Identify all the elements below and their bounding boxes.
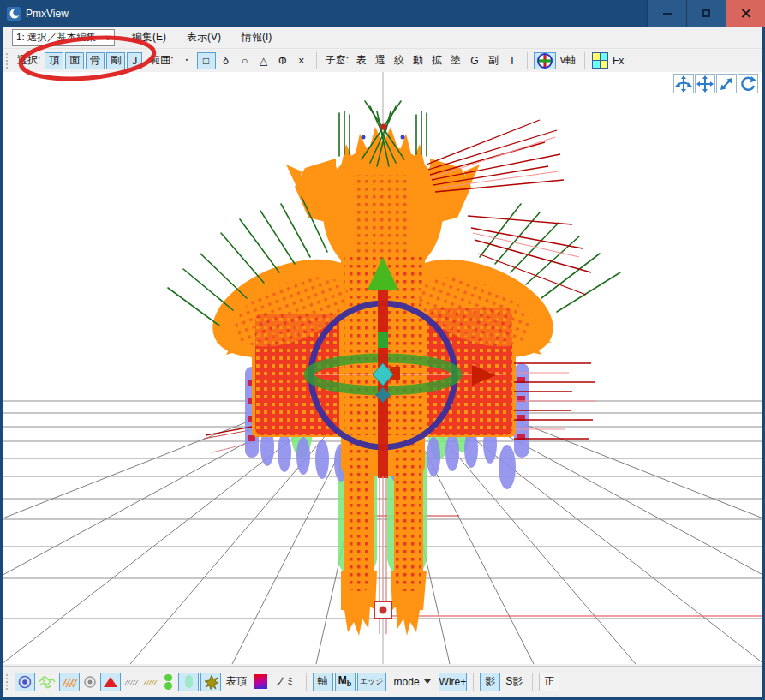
green-scribble-icon[interactable] (37, 673, 57, 691)
maximize-icon (702, 9, 710, 17)
orbit-icon[interactable] (673, 74, 694, 93)
select-label: 選択: (17, 53, 40, 68)
bottom-toolbar: 表頂 ノミ 軸 Mb エッジ mode Wire+ 影 S影 正 (3, 666, 762, 697)
range-dot-button[interactable]: ・ (178, 52, 195, 69)
separator (473, 673, 474, 691)
vaxis-crosshair-icon[interactable] (534, 52, 556, 69)
menu-info[interactable]: 情報(I) (231, 30, 282, 45)
range-rect-button[interactable]: □ (197, 52, 216, 69)
app-icon (7, 7, 21, 21)
titlebar: PmxView (0, 0, 765, 27)
green-capsule-icon[interactable] (164, 674, 172, 690)
select-face-button[interactable]: 面 (65, 52, 84, 69)
maximize-button[interactable] (686, 0, 726, 27)
cyan-capsule-icon (185, 675, 193, 688)
target-display-toggle[interactable] (15, 673, 35, 691)
front-view-button[interactable]: 正 (539, 673, 559, 691)
vaxis-label: v軸 (560, 53, 576, 68)
mode-select-dropdown[interactable]: 1: 選択／基本編集 ∨ (12, 29, 115, 46)
range-circle-button[interactable]: ○ (236, 52, 254, 69)
range-label: 範囲: (150, 53, 173, 68)
edge-toggle[interactable]: エッジ (357, 673, 386, 691)
mode-label: mode (394, 676, 420, 688)
subwindow-select-button[interactable]: 選 (372, 52, 389, 69)
toolbar: 選択: 頂 面 骨 剛 J 範囲: ・ □ δ ○ △ Φ × 子窓: 表 選 … (3, 49, 762, 72)
gray-radio-icon[interactable] (81, 673, 99, 691)
viewport-3d-scene[interactable] (3, 72, 762, 664)
chisel-label[interactable]: ノミ (275, 674, 296, 689)
front-vertex-label: 表頂 (226, 674, 247, 689)
separator (584, 52, 585, 69)
subwindow-t-button[interactable]: T (504, 52, 521, 69)
bottom-toolbar-grip (6, 674, 9, 690)
chevron-down-icon: ∨ (105, 33, 111, 42)
range-phi-button[interactable]: Φ (274, 52, 291, 69)
subwindow-motion-button[interactable]: 動 (409, 52, 427, 69)
mb-toggle[interactable]: Mb (335, 673, 356, 691)
mode-dropdown[interactable]: mode (394, 676, 431, 688)
subwindow-label: 子窓: (326, 53, 349, 68)
menu-view[interactable]: 表示(V) (176, 30, 231, 45)
subwindow-paint-button[interactable]: 塗 (447, 52, 464, 69)
pan-icon[interactable] (695, 74, 715, 93)
subwindow-g-button[interactable]: G (466, 52, 483, 69)
close-button[interactable] (726, 0, 765, 27)
pmxview-window: PmxView 1: 選択／基本編集 ∨ 編集(E) 表示(V) 情報(I) 選… (0, 0, 765, 700)
viewport[interactable] (3, 72, 762, 664)
close-icon (741, 9, 750, 18)
separator (527, 52, 528, 69)
menu-edit[interactable]: 編集(E) (122, 30, 176, 45)
gizmo-axis-green-segment (378, 332, 388, 348)
gear-toggle[interactable] (200, 673, 221, 691)
separator (306, 673, 307, 691)
self-shadow-toggle[interactable]: S影 (505, 674, 523, 689)
separator (316, 52, 317, 69)
subwindow-sub-button[interactable]: 副 (485, 52, 502, 69)
bone-dot (362, 135, 366, 140)
axis-toggle[interactable]: 軸 (313, 673, 333, 691)
window-title: PmxView (26, 8, 69, 20)
fx-label[interactable]: Fx (613, 55, 624, 67)
view-nav-buttons (673, 74, 758, 93)
bone-dot (401, 135, 405, 140)
minimize-button[interactable] (647, 0, 686, 27)
range-x-button[interactable]: × (293, 52, 310, 69)
red-triangle-icon (104, 677, 117, 687)
wireframe-toggle[interactable]: Wire+ (439, 673, 468, 691)
olive-gear-icon (203, 673, 219, 690)
orange-hatch-icon (60, 675, 79, 689)
menubar: 1: 選択／基本編集 ∨ 編集(E) 表示(V) 情報(I) (3, 27, 762, 49)
tan-hatch-icon[interactable] (141, 673, 158, 691)
orange-hatch-toggle[interactable] (59, 673, 80, 691)
toolbar-grip (6, 53, 9, 69)
target-icon (17, 674, 33, 690)
rotate-icon[interactable] (738, 74, 758, 93)
range-delta-button[interactable]: δ (218, 52, 235, 69)
subwindow-expand-button[interactable]: 拡 (428, 52, 445, 69)
minimize-icon (663, 13, 672, 15)
vertex-color-swatch[interactable] (254, 674, 267, 689)
mode-select-value: 1: 選択／基本編集 (16, 31, 96, 44)
select-bone-button[interactable]: 骨 (86, 52, 105, 69)
subwindow-filter-button[interactable]: 絞 (391, 52, 408, 69)
subwindow-table-button[interactable]: 表 (353, 52, 370, 69)
cyan-capsule-toggle[interactable] (178, 673, 199, 691)
select-vertex-button[interactable]: 頂 (45, 52, 63, 69)
select-joint-button[interactable]: J (127, 52, 142, 69)
mb-icon: Mb (338, 674, 352, 688)
shadow-toggle[interactable]: 影 (480, 673, 500, 691)
gray-hatch-icon[interactable] (123, 673, 140, 691)
chevron-down-icon (424, 679, 431, 684)
head-bone-marker (381, 124, 387, 130)
select-rigid-button[interactable]: 剛 (106, 52, 125, 69)
quad-view-icon[interactable] (591, 52, 608, 69)
range-triangle-button[interactable]: △ (255, 52, 272, 69)
separator (532, 673, 533, 691)
zoom-icon[interactable] (716, 74, 737, 93)
red-triangle-toggle[interactable] (100, 673, 121, 691)
